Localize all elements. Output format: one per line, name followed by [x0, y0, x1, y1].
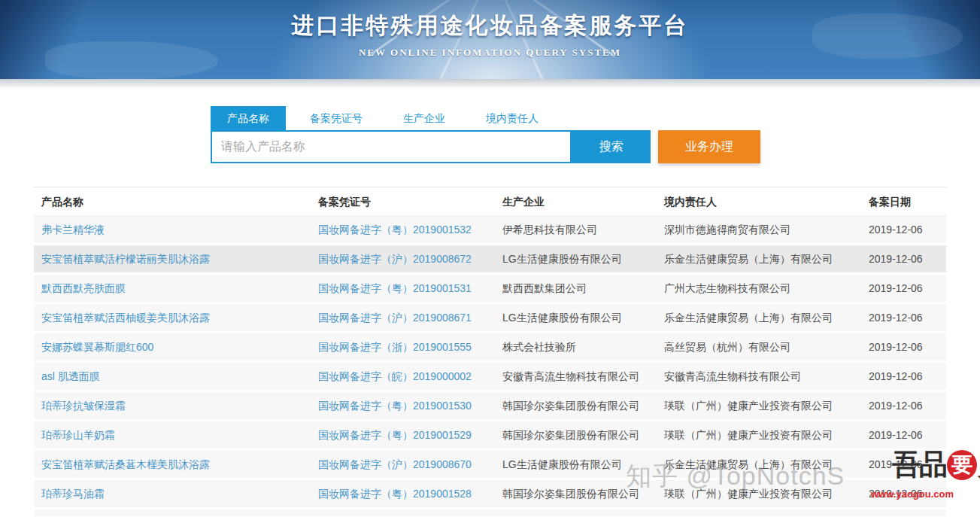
banner-edge-divider — [0, 79, 980, 89]
certificate-number-link[interactable]: 国妆网备进字（沪）2019008670 — [318, 458, 472, 470]
manufacturer-cell: 默西西默集团公司 — [495, 275, 657, 302]
table-row[interactable]: 珀蒂珍马油霜 国妆网备进字（粤）2019001528 韩国珍尔姿集团股份有限公司… — [34, 480, 946, 507]
table-row[interactable]: 弗卡兰精华液 国妆网备进字（粤）2019001532 伊希思科技有限公司 深圳市… — [34, 216, 946, 243]
table-row[interactable]: 安宝笛植萃赋活桑葚木槿美肌沐浴露 国妆网备进字（沪）2019008670 LG生… — [34, 451, 946, 478]
certificate-number-link[interactable]: 国妆网备进字（粤）2019001532 — [318, 224, 472, 236]
domestic-responsible-cell: 乐金生活健康贸易（上海）有限公司 — [657, 451, 861, 478]
filing-date-cell: 2019-12-06 — [861, 392, 946, 419]
manufacturer-cell: LG生活健康股份有限公司 — [495, 451, 657, 478]
product-name-link[interactable]: 珀蒂珍马油霜 — [41, 488, 105, 500]
filing-date-cell: 2019-12-06 — [861, 216, 946, 243]
certificate-number-link[interactable]: 国妆网备进字（沪）2019008672 — [318, 253, 472, 265]
business-handling-button[interactable]: 业务办理 — [658, 130, 760, 163]
table-row[interactable]: 默西西默亮肤面膜 国妆网备进字（粤）2019001531 默西西默集团公司 广州… — [34, 275, 946, 302]
domestic-responsible-cell: 乐金生活健康贸易（上海）有限公司 — [657, 245, 861, 272]
search-input[interactable] — [211, 130, 572, 163]
filing-date-cell: 2019-12-06 — [861, 421, 946, 449]
domestic-responsible-cell: 高丝贸易（杭州）有限公司 — [657, 333, 861, 360]
manufacturer-cell: 韩国珍尔姿集团股份有限公司 — [495, 392, 657, 419]
certificate-number-link[interactable]: 国妆网备进字（皖）2019000002 — [318, 370, 472, 382]
product-name-link[interactable]: 安宝笛植萃赋活柠檬诺丽美肌沐浴露 — [41, 253, 210, 265]
page-subtitle: NEW ONLINE INFOMATION QUERY SYSTEM — [0, 47, 980, 59]
product-name-link[interactable]: 弗卡兰精华液 — [41, 224, 105, 236]
product-name-link[interactable]: 珀蒂珍山羊奶霜 — [41, 429, 115, 441]
search-panel: 产品名称 备案凭证号 生产企业 境内责任人 搜索 业务办理 — [211, 106, 760, 163]
domestic-responsible-cell: 乐金生活健康贸易（上海）有限公司 — [657, 304, 861, 331]
manufacturer-cell: LG生活健康股份有限公司 — [495, 245, 657, 272]
tab-certificate-number[interactable]: 备案凭证号 — [293, 106, 379, 130]
column-header-product-name: 产品名称 — [34, 187, 311, 215]
filing-date-cell: 2019-12-06 — [861, 333, 946, 360]
tab-manufacturer[interactable]: 生产企业 — [387, 106, 462, 130]
column-header-manufacturer: 生产企业 — [495, 187, 657, 215]
table-row[interactable]: 珀蒂珍山羊奶霜 国妆网备进字（粤）2019001529 韩国珍尔姿集团股份有限公… — [34, 421, 946, 449]
product-name-link[interactable]: asl 肌透面膜 — [41, 370, 100, 382]
domestic-responsible-cell: 瑛联（广州）健康产业投资有限公司 — [657, 392, 861, 419]
tab-domestic-responsible[interactable]: 境内责任人 — [469, 106, 555, 130]
certificate-number-link[interactable]: 国妆网备进字（粤）2019001529 — [318, 429, 472, 441]
manufacturer-cell: 伊希思科技有限公司 — [495, 216, 657, 243]
table-row-partial — [34, 509, 946, 516]
results-table: 产品名称 备案凭证号 生产企业 境内责任人 备案日期 弗卡兰精华液 国妆网备进字… — [34, 187, 946, 516]
certificate-number-link[interactable]: 国妆网备进字（沪）2019008671 — [318, 312, 472, 324]
table-row[interactable]: asl 肌透面膜 国妆网备进字（皖）2019000002 安徽青高流生物科技有限… — [34, 363, 946, 390]
column-header-domestic-responsible: 境内责任人 — [657, 187, 861, 215]
manufacturer-cell: 安徽青高流生物科技有限公司 — [495, 363, 657, 390]
product-name-link[interactable]: 珀蒂珍抗皱保湿霜 — [41, 400, 126, 412]
search-tabs: 产品名称 备案凭证号 生产企业 境内责任人 — [211, 106, 760, 130]
domestic-responsible-cell: 瑛联（广州）健康产业投资有限公司 — [657, 480, 861, 507]
filing-date-cell: 2019-12-06 — [861, 275, 946, 302]
filing-date-cell: 2019-12-06 — [861, 363, 946, 390]
table-header-row: 产品名称 备案凭证号 生产企业 境内责任人 备案日期 — [34, 187, 946, 216]
product-name-link[interactable]: 安娜苏蝶翼慕斯腮红600 — [41, 341, 153, 353]
table-row[interactable]: 安娜苏蝶翼慕斯腮红600 国妆网备进字（浙）2019001555 株式会社技验所… — [34, 333, 946, 360]
filing-date-cell: 2019-12-06 — [861, 304, 946, 331]
search-row: 搜索 业务办理 — [211, 130, 760, 163]
manufacturer-cell: 韩国珍尔姿集团股份有限公司 — [495, 480, 657, 507]
product-name-link[interactable]: 默西西默亮肤面膜 — [41, 282, 126, 294]
table-body: 弗卡兰精华液 国妆网备进字（粤）2019001532 伊希思科技有限公司 深圳市… — [34, 216, 946, 507]
tab-product-name[interactable]: 产品名称 — [211, 106, 286, 130]
domestic-responsible-cell: 深圳市德施得商贸有限公司 — [657, 216, 861, 243]
shop-logo-circle: 要 — [947, 450, 977, 480]
manufacturer-cell: LG生活健康股份有限公司 — [495, 304, 657, 331]
filing-date-cell: 2019-12-06 — [861, 480, 946, 507]
domestic-responsible-cell: 安徽青高流生物科技有限公司 — [657, 363, 861, 390]
certificate-number-link[interactable]: 国妆网备进字（浙）2019001555 — [318, 341, 472, 353]
product-name-link[interactable]: 安宝笛植萃赋活桑葚木槿美肌沐浴露 — [41, 458, 210, 470]
certificate-number-link[interactable]: 国妆网备进字（粤）2019001531 — [318, 282, 472, 294]
certificate-number-link[interactable]: 国妆网备进字（粤）2019001530 — [318, 400, 472, 412]
product-name-link[interactable]: 安宝笛植萃赋活西柚暖姜美肌沐浴露 — [41, 312, 210, 324]
table-row[interactable]: 安宝笛植萃赋活西柚暖姜美肌沐浴露 国妆网备进字（沪）2019008671 LG生… — [34, 304, 946, 331]
manufacturer-cell: 韩国珍尔姿集团股份有限公司 — [495, 421, 657, 449]
domestic-responsible-cell: 瑛联（广州）健康产业投资有限公司 — [657, 421, 861, 449]
column-header-certificate-number: 备案凭证号 — [311, 187, 495, 215]
table-row[interactable]: 安宝笛植萃赋活柠檬诺丽美肌沐浴露 国妆网备进字（沪）2019008672 LG生… — [34, 245, 946, 272]
manufacturer-cell: 株式会社技验所 — [495, 333, 657, 360]
table-row[interactable]: 珀蒂珍抗皱保湿霜 国妆网备进字（粤）2019001530 韩国珍尔姿集团股份有限… — [34, 392, 946, 419]
certificate-number-link[interactable]: 国妆网备进字（粤）2019001528 — [318, 488, 472, 500]
filing-date-cell: 2019-12-06 — [861, 245, 946, 272]
column-header-filing-date: 备案日期 — [861, 187, 946, 215]
site-banner: 进口非特殊用途化妆品备案服务平台 NEW ONLINE INFOMATION Q… — [0, 0, 980, 79]
search-button[interactable]: 搜索 — [572, 130, 651, 163]
domestic-responsible-cell: 广州大志生物科技有限公司 — [657, 275, 861, 302]
page-title: 进口非特殊用途化妆品备案服务平台 — [0, 0, 980, 41]
filing-date-cell: 2019-12-06 — [861, 451, 946, 478]
page: 进口非特殊用途化妆品备案服务平台 NEW ONLINE INFOMATION Q… — [0, 0, 980, 517]
